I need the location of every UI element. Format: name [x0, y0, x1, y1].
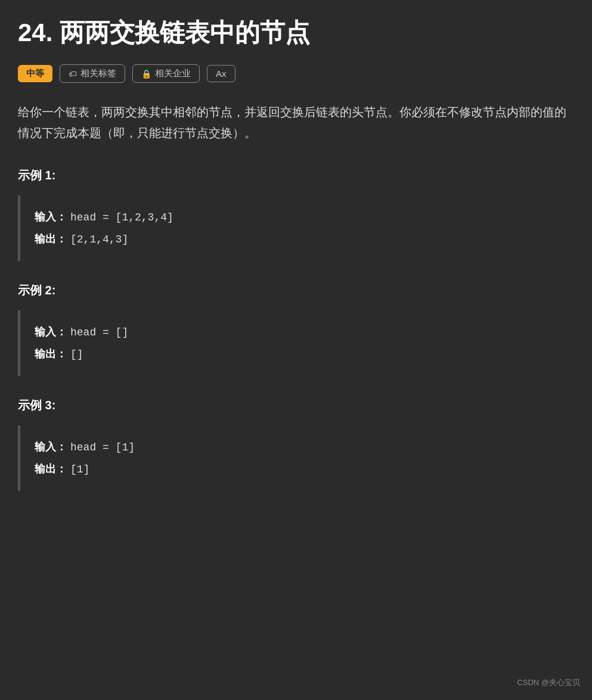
related-tags-label: 相关标签	[80, 68, 116, 79]
example-3-block: 输入： head = [1] 输出： [1]	[18, 425, 574, 491]
example-2-output-label: 输出：	[35, 343, 67, 365]
example-1-input-code: head = [1,2,3,4]	[70, 207, 173, 228]
example-2-input-label: 输入：	[35, 321, 67, 343]
lock-icon: 🔒	[141, 69, 151, 79]
example-3-output-label: 输出：	[35, 458, 67, 480]
page-title: 24. 两两交换链表中的节点	[18, 18, 574, 48]
tags-row: 中等 🏷 相关标签 🔒 相关企业 Ax	[18, 64, 574, 83]
example-1-input-label: 输入：	[35, 206, 67, 228]
example-3-output-code: [1]	[70, 459, 89, 480]
example-2-title: 示例 2:	[18, 282, 574, 298]
example-2-input-code: head = []	[70, 322, 128, 343]
related-tags-button[interactable]: 🏷 相关标签	[60, 64, 125, 83]
example-1-output-label: 输出：	[35, 228, 67, 250]
problem-description: 给你一个链表，两两交换其中相邻的节点，并返回交换后链表的头节点。你必须在不修改节…	[18, 102, 574, 144]
example-3-input: 输入： head = [1]	[35, 436, 560, 458]
example-3-output: 输出： [1]	[35, 458, 560, 480]
example-section-2: 示例 2: 输入： head = [] 输出： []	[18, 282, 574, 376]
example-3-input-label: 输入：	[35, 436, 67, 458]
example-2-output-code: []	[70, 344, 83, 365]
example-2-block: 输入： head = [] 输出： []	[18, 310, 574, 376]
watermark: CSDN @夹心宝贝	[517, 677, 580, 688]
example-1-input: 输入： head = [1,2,3,4]	[35, 206, 560, 228]
example-section-1: 示例 1: 输入： head = [1,2,3,4] 输出： [2,1,4,3]	[18, 167, 574, 261]
difficulty-badge[interactable]: 中等	[18, 65, 52, 82]
example-1-title: 示例 1:	[18, 167, 574, 183]
example-1-output-code: [2,1,4,3]	[70, 229, 128, 250]
example-1-block: 输入： head = [1,2,3,4] 输出： [2,1,4,3]	[18, 195, 574, 261]
font-size-label: Ax	[216, 69, 227, 79]
example-3-title: 示例 3:	[18, 397, 574, 413]
tag-icon: 🏷	[69, 69, 77, 79]
example-section-3: 示例 3: 输入： head = [1] 输出： [1]	[18, 397, 574, 491]
example-2-input: 输入： head = []	[35, 321, 560, 343]
example-2-output: 输出： []	[35, 343, 560, 365]
related-company-label: 相关企业	[155, 68, 191, 79]
related-company-button[interactable]: 🔒 相关企业	[132, 64, 200, 83]
font-size-button[interactable]: Ax	[207, 65, 235, 82]
example-3-input-code: head = [1]	[70, 437, 135, 458]
example-1-output: 输出： [2,1,4,3]	[35, 228, 560, 250]
